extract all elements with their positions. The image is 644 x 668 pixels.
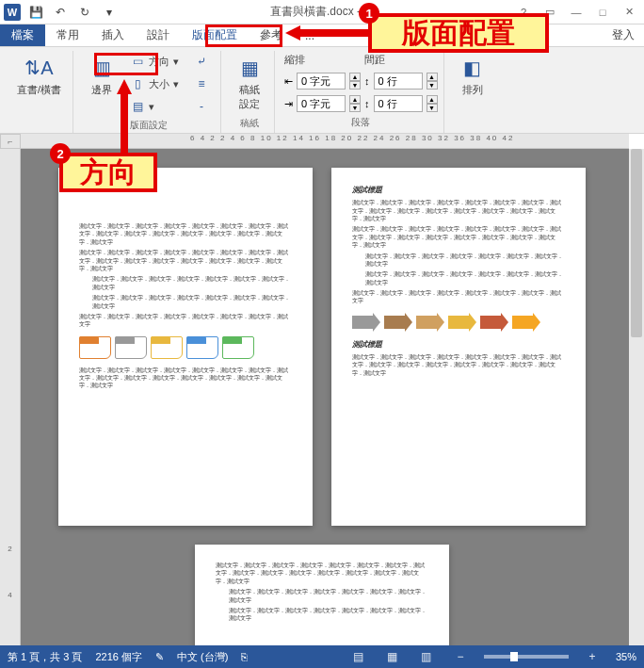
size-label: 大小 (149, 77, 169, 91)
body-text: 測試文字．測試文字．測試文字．測試文字．測試文字．測試文字．測試文字．測試文字 (216, 607, 428, 623)
spin-up[interactable]: ▲ (427, 95, 438, 104)
body-text: 測試文字．測試文字．測試文字．測試文字．測試文字．測試文字．測試文字．測試文字．… (352, 353, 565, 377)
tab-file[interactable]: 檔案 (0, 24, 45, 46)
space-before-input[interactable] (374, 73, 423, 90)
insert-mode[interactable]: ⎘ (241, 651, 248, 662)
save-button[interactable]: 💾 (26, 3, 45, 22)
arrow-shape-icon (448, 313, 476, 332)
body-text: 測試文字．測試文字．測試文字．測試文字．測試文字．測試文字．測試文字．測試文字．… (79, 367, 292, 390)
scroll-thumb[interactable] (631, 149, 642, 337)
spin-up[interactable]: ▲ (427, 73, 438, 81)
arrow-shape-icon (480, 313, 508, 332)
zoom-slider[interactable] (484, 655, 569, 659)
page-1[interactable]: 測試文字．測試文字．測試文字．測試文字．測試文字．測試文字．測試文字．測試文字．… (58, 168, 313, 526)
word-app-icon: W (4, 4, 21, 21)
callout-number-2: 2 (50, 143, 71, 164)
redo-button[interactable]: ↻ (75, 3, 94, 22)
vertical-ruler[interactable]: 2 4 (0, 149, 21, 645)
text-direction-icon: ⇅A (26, 55, 53, 81)
arrange-label: 排列 (462, 83, 483, 97)
tab-shape-icon (115, 336, 147, 359)
body-text: 測試文字．測試文字．測試文字．測試文字．測試文字．測試文字．測試文字．測試文字 (79, 313, 292, 329)
ruler-corner[interactable]: ⌐ (0, 134, 21, 149)
body-text: 測試文字．測試文字．測試文字．測試文字．測試文字．測試文字．測試文字．測試文字．… (216, 562, 428, 585)
chevron-down-icon: ▾ (149, 101, 154, 113)
maximize-button[interactable]: □ (591, 3, 614, 22)
spacing-label: 間距 (364, 53, 438, 67)
callout-number-1: 1 (359, 3, 379, 24)
space-after-icon: ↕ (364, 98, 370, 109)
arrange-icon: ◧ (459, 55, 486, 81)
callout-arrow-2 (117, 79, 132, 153)
spin-down[interactable]: ▼ (349, 104, 361, 112)
indent-right-input[interactable] (297, 95, 346, 112)
margins-label: 邊界 (91, 83, 112, 97)
spin-up[interactable]: ▲ (349, 73, 361, 81)
margins-icon: ▥ (89, 55, 115, 81)
page-3[interactable]: 測試文字．測試文字．測試文字．測試文字．測試文字．測試文字．測試文字．測試文字．… (195, 545, 449, 645)
spin-down[interactable]: ▼ (427, 104, 438, 112)
tab-design[interactable]: 設計 (136, 24, 181, 46)
arrange-button[interactable]: ◧ 排列 (454, 51, 491, 101)
hyphenation-icon: ‐ (194, 99, 209, 114)
tab-layout[interactable]: 版面配置 (181, 24, 249, 46)
word-count[interactable]: 2216 個字 (95, 650, 142, 664)
undo-button[interactable]: ↶ (51, 3, 70, 22)
proofing-icon[interactable]: ✎ (155, 651, 164, 663)
spin-down[interactable]: ▼ (427, 81, 438, 90)
breaks-button[interactable]: ⤶ (188, 51, 215, 72)
size-button[interactable]: ▯ 大小 ▾ (124, 73, 185, 94)
language-indicator[interactable]: 中文 (台灣) (177, 650, 228, 664)
heading: 測試標題 (352, 185, 565, 195)
minimize-button[interactable]: — (565, 3, 588, 22)
close-button[interactable]: ✕ (618, 3, 640, 22)
page-2[interactable]: 測試標題 測試文字．測試文字．測試文字．測試文字．測試文字．測試文字．測試文字．… (331, 168, 586, 526)
sign-in-button[interactable]: 登入 (603, 24, 644, 46)
read-mode-button[interactable]: ▤ (348, 648, 369, 665)
columns-icon: ▤ (130, 99, 145, 114)
arrow-shape-icon (384, 313, 412, 332)
orientation-button[interactable]: ▭ 方向 ▾ (124, 51, 185, 72)
ruler-mark: 2 (8, 545, 11, 553)
zoom-in-button[interactable]: + (582, 648, 603, 665)
orientation-label: 方向 (149, 55, 169, 69)
space-after-input[interactable] (374, 95, 423, 112)
tab-home[interactable]: 常用 (45, 24, 90, 46)
hyphenation-button[interactable]: ‐ (188, 96, 215, 117)
smartart-arrows (352, 313, 565, 332)
paragraph-group-label: 段落 (351, 114, 370, 131)
page-indicator[interactable]: 第 1 頁，共 3 頁 (8, 650, 82, 664)
print-layout-button[interactable]: ▦ (382, 648, 403, 665)
spin-up[interactable]: ▲ (349, 95, 361, 104)
document-canvas[interactable]: 測試文字．測試文字．測試文字．測試文字．測試文字．測試文字．測試文字．測試文字．… (21, 149, 629, 645)
breaks-icon: ⤶ (194, 54, 209, 69)
ruler-mark: 4 (8, 591, 11, 599)
zoom-level[interactable]: 35% (616, 651, 636, 662)
zoom-out-button[interactable]: − (450, 648, 471, 665)
indent-left-input[interactable] (297, 73, 346, 90)
orientation-icon: ▭ (130, 54, 145, 69)
horizontal-ruler[interactable]: 6 4 2 2 4 6 8 10 12 14 16 18 20 22 24 26… (21, 134, 629, 149)
tab-insert[interactable]: 插入 (90, 24, 136, 46)
manuscript-button[interactable]: ▦ 稿紙 設定 (231, 51, 268, 115)
status-bar: 第 1 頁，共 3 頁 2216 個字 ✎ 中文 (台灣) ⎘ ▤ ▦ ▥ − … (0, 645, 644, 668)
spin-down[interactable]: ▼ (349, 81, 361, 90)
line-numbers-button[interactable]: ≡ (188, 73, 215, 94)
arrow-shape-icon (512, 313, 540, 332)
text-direction-button[interactable]: ⇅A 直書/橫書 (11, 51, 67, 101)
indent-label: 縮排 (284, 53, 361, 67)
vertical-scrollbar[interactable] (629, 149, 644, 645)
indent-right-icon: ⇥ (284, 98, 293, 110)
indent-left-icon: ⇤ (284, 75, 293, 88)
arrow-shape-icon (352, 313, 380, 332)
web-layout-button[interactable]: ▥ (416, 648, 437, 665)
chevron-down-icon: ▾ (173, 78, 179, 90)
text-direction-label: 直書/橫書 (17, 83, 61, 97)
margins-button[interactable]: ▥ 邊界 (83, 51, 121, 101)
body-text: 測試文字．測試文字．測試文字．測試文字．測試文字．測試文字．測試文字．測試文字 (79, 275, 292, 291)
qat-customize-button[interactable]: ▾ (100, 3, 119, 22)
callout-arrow-1 (285, 25, 368, 41)
body-text: 測試文字．測試文字．測試文字．測試文字．測試文字．測試文字．測試文字．測試文字 (352, 253, 565, 269)
columns-button[interactable]: ▤ ▾ (124, 96, 185, 117)
space-before-icon: ↕ (364, 75, 370, 87)
